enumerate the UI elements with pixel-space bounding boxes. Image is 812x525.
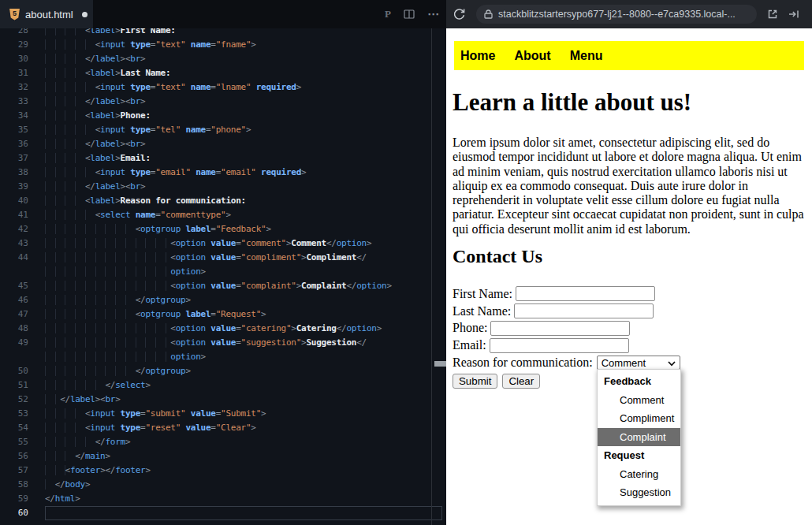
- code-text: <option value="catering">Catering</optio…: [45, 322, 442, 336]
- reason-dropdown: FeedbackCommentComplimentComplaintReques…: [597, 369, 681, 506]
- code-line[interactable]: 33 </label><br>: [0, 95, 446, 109]
- code-line[interactable]: 57 <footer></footer>: [0, 464, 446, 478]
- code-line[interactable]: 58 </body>: [0, 478, 446, 492]
- optgroup-label-feedback: Feedback: [598, 372, 680, 391]
- field-label: First Name:: [453, 287, 512, 301]
- submit-button[interactable]: Submit: [453, 374, 497, 389]
- code-editor[interactable]: 28 <label>First Name:29 <input type="tex…: [0, 28, 446, 525]
- tab-about-html[interactable]: 5 about.html: [0, 0, 93, 28]
- goto-panel-icon[interactable]: [788, 9, 799, 19]
- code-text: <label>Reason for communication:: [45, 194, 442, 208]
- about-paragraph: Lorem ipsum dolor sit amet, consectetur …: [453, 136, 807, 236]
- last-name-input[interactable]: [514, 303, 654, 318]
- line-number: 44: [0, 251, 28, 265]
- code-line[interactable]: option>: [0, 350, 446, 364]
- stackblitz-window: 5 about.html P ⋯ sta: [0, 0, 812, 525]
- line-number: 29: [0, 38, 28, 52]
- option-comment[interactable]: Comment: [598, 391, 680, 410]
- line-number: 40: [0, 194, 28, 208]
- code-line[interactable]: 35 <input type="tel" name="phone">: [0, 123, 446, 137]
- line-number: 50: [0, 364, 28, 378]
- open-external-icon[interactable]: [767, 9, 778, 20]
- code-line[interactable]: 41 <select name="commenttype">: [0, 208, 446, 222]
- option-compliment[interactable]: Compliment: [598, 409, 680, 428]
- modified-dot-icon[interactable]: [82, 12, 88, 17]
- line-number: 30: [0, 52, 28, 66]
- nav-link-about[interactable]: About: [514, 49, 550, 63]
- code-line[interactable]: 53 <input type="submit" value="Submit">: [0, 407, 446, 421]
- code-line[interactable]: 51 </select>: [0, 378, 446, 393]
- code-text: <input type="email" name="email" require…: [45, 166, 442, 180]
- code-line[interactable]: 42 <optgroup label="Feedback">: [0, 222, 446, 236]
- code-line[interactable]: option>: [0, 265, 446, 279]
- code-line[interactable]: 48 <option value="catering">Catering</op…: [0, 322, 446, 336]
- code-text: </optgroup>: [45, 364, 442, 378]
- code-line[interactable]: 59</html>: [0, 492, 446, 506]
- code-line[interactable]: 45 <option value="complaint">Complaint</…: [0, 279, 446, 293]
- option-suggestion[interactable]: Suggestion: [598, 483, 680, 502]
- code-line[interactable]: 36 </label><br>: [0, 137, 446, 151]
- line-number: 31: [0, 66, 28, 80]
- code-line[interactable]: 37 <label>Email:: [0, 151, 446, 166]
- code-line[interactable]: 32 <input type="text" name="lname" requi…: [0, 80, 446, 95]
- code-line[interactable]: 44 <option value="compliment">Compliment…: [0, 251, 446, 265]
- more-actions-icon[interactable]: ⋯: [427, 7, 440, 21]
- code-text: <label>Email:: [45, 151, 442, 166]
- code-line[interactable]: 47 <optgroup label="Request">: [0, 307, 446, 322]
- editor-scrollbar-thumb[interactable]: [434, 361, 446, 367]
- code-line[interactable]: 28 <label>First Name:: [0, 28, 446, 38]
- line-number: 54: [0, 421, 28, 435]
- code-text: <label>Phone:: [45, 109, 442, 123]
- split-editor-icon[interactable]: [404, 9, 415, 19]
- first-name-input[interactable]: [516, 286, 655, 301]
- pane-divider[interactable]: [431, 28, 432, 525]
- code-line[interactable]: 30 </label><br>: [0, 52, 446, 66]
- code-text: </select>: [45, 378, 442, 393]
- preview-pane: HomeAboutMenu Learn a little about us! L…: [446, 28, 812, 525]
- code-line[interactable]: 46 </optgroup>: [0, 293, 446, 307]
- code-text: <input type="reset" value="Clear">: [45, 421, 442, 435]
- code-line[interactable]: 60: [0, 506, 446, 520]
- code-text: </form>: [45, 435, 442, 449]
- code-line[interactable]: 39 </label><br>: [0, 180, 446, 194]
- code-line[interactable]: 40 <label>Reason for communication:: [0, 194, 446, 208]
- line-number: 58: [0, 478, 28, 492]
- email-input[interactable]: [490, 338, 629, 353]
- tab-filename: about.html: [25, 9, 73, 20]
- code-line[interactable]: 43 <option value="comment">Comment</opti…: [0, 236, 446, 251]
- code-line[interactable]: 54 <input type="reset" value="Clear">: [0, 421, 446, 435]
- code-line[interactable]: 56 </main>: [0, 449, 446, 464]
- url-bar[interactable]: stackblitzstartersypo677-lj21--8080--e7c…: [476, 5, 757, 24]
- phone-input[interactable]: [490, 321, 630, 336]
- code-line[interactable]: 55 </form>: [0, 435, 446, 449]
- line-number: 43: [0, 236, 28, 251]
- code-line[interactable]: 50 </optgroup>: [0, 364, 446, 378]
- code-line[interactable]: 29 <input type="text" name="fname">: [0, 38, 446, 52]
- code-line[interactable]: 31 <label>Last Name:: [0, 66, 446, 80]
- clear-button[interactable]: Clear: [502, 374, 540, 389]
- code-line[interactable]: 38 <input type="email" name="email" requ…: [0, 166, 446, 180]
- code-text: <input type="submit" value="Submit">: [45, 407, 442, 421]
- code-text: </main>: [45, 449, 442, 464]
- code-text: <option value="complaint">Complaint</opt…: [45, 279, 442, 293]
- line-number: 38: [0, 166, 28, 180]
- code-text: <optgroup label="Request">: [45, 307, 442, 322]
- option-complaint[interactable]: Complaint: [598, 428, 680, 447]
- code-text: </html>: [45, 492, 442, 506]
- option-catering[interactable]: Catering: [598, 465, 680, 484]
- refresh-icon[interactable]: [453, 8, 466, 21]
- code-text: <input type="tel" name="phone">: [45, 123, 442, 137]
- code-line[interactable]: 52 </label><br>: [0, 393, 446, 407]
- prettier-icon[interactable]: P: [385, 8, 391, 20]
- code-line[interactable]: 34 <label>Phone:: [0, 109, 446, 123]
- code-line[interactable]: 49 <option value="suggestion">Suggestion…: [0, 336, 446, 350]
- code-text: </optgroup>: [45, 293, 442, 307]
- nav-link-home[interactable]: Home: [460, 49, 495, 63]
- line-number: 34: [0, 109, 28, 123]
- field-label: Email:: [453, 338, 486, 352]
- code-text: <footer></footer>: [45, 464, 442, 478]
- nav-link-menu[interactable]: Menu: [570, 49, 603, 63]
- code-text: <option value="suggestion">Suggestion</: [45, 336, 442, 350]
- line-number: 32: [0, 80, 28, 95]
- reason-select[interactable]: Comment: [597, 356, 680, 370]
